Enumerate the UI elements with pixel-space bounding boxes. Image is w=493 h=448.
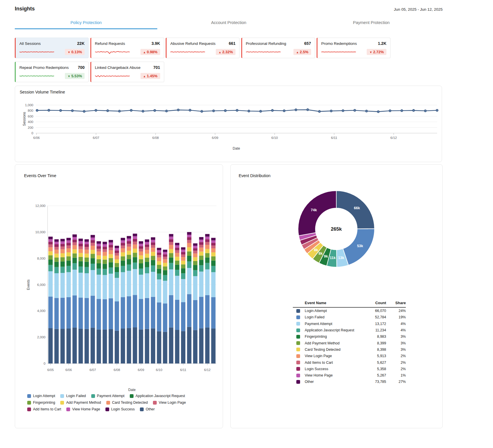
kpi-value: 657 xyxy=(304,41,311,46)
kpi-label: Linked Chargeback Abuse xyxy=(95,65,141,70)
kpi-card-promo-redemptions[interactable]: Promo Redemptions1.2K▼2.72% xyxy=(317,38,390,58)
events-over-time-chart: 02,0004,0006,0008,00010,00012,0006/056/0… xyxy=(15,165,223,393)
legend-item-view-home-page[interactable]: View Home Page xyxy=(66,407,100,411)
svg-text:6/06: 6/06 xyxy=(33,136,40,139)
svg-text:6/10: 6/10 xyxy=(156,368,162,372)
col-count: Count xyxy=(359,301,386,305)
row-swatch-icon xyxy=(296,367,300,371)
row-event-name: Add Items to Cart xyxy=(305,361,359,365)
table-row-payment-attempt[interactable]: Payment Attempt13,1724% xyxy=(293,321,406,327)
row-swatch-icon xyxy=(296,341,300,345)
tab-account-protection[interactable]: Account Protection xyxy=(157,20,300,29)
legend-label: Login Failed xyxy=(66,394,86,398)
session-volume-title: Session Volume Timeline xyxy=(20,90,65,94)
svg-text:6/08: 6/08 xyxy=(152,136,159,139)
tab-policy-protection[interactable]: Policy Protection xyxy=(15,20,157,29)
table-row-application-javascript-request[interactable]: Application Javascript Request11,2344% xyxy=(293,327,406,333)
legend-swatch-icon xyxy=(153,401,157,405)
row-count: 5,627 xyxy=(359,361,386,365)
legend-swatch-icon xyxy=(130,394,134,398)
svg-text:10,000: 10,000 xyxy=(35,230,45,234)
kpi-label: Promo Redemptions xyxy=(321,41,357,46)
row-swatch-icon xyxy=(296,315,300,319)
legend-label: View Home Page xyxy=(72,407,100,411)
kpi-label: Repeat Promo Redemptions xyxy=(19,65,69,70)
svg-text:6/05: 6/05 xyxy=(47,368,54,372)
svg-text:0: 0 xyxy=(32,131,33,135)
legend-label: Application Javascript Request xyxy=(136,394,185,398)
kpi-card-all-sessions[interactable]: All Sessions22K▼0.13% xyxy=(15,38,89,58)
legend-label: Payment Attempt xyxy=(97,394,125,398)
svg-text:6/12: 6/12 xyxy=(204,368,211,372)
row-count: 8,983 xyxy=(359,335,386,339)
protection-tabs: Policy ProtectionAccount ProtectionPayme… xyxy=(15,20,443,29)
kpi-label: Abusive Refund Requests xyxy=(170,41,216,46)
kpi-sparkline xyxy=(95,73,130,79)
arrow-down-icon: ▼ xyxy=(67,75,70,78)
legend-item-fingerprinting[interactable]: Fingerprinting xyxy=(27,401,55,405)
table-row-other[interactable]: Other73,78527% xyxy=(293,379,406,385)
legend-item-login-success[interactable]: Login Success xyxy=(105,407,135,411)
table-row-card-testing-detected[interactable]: Card Testing Detected8,3983% xyxy=(293,346,406,353)
table-row-fingerprinting[interactable]: Fingerprinting8,9833% xyxy=(293,333,406,340)
legend-item-payment-attempt[interactable]: Payment Attempt xyxy=(91,394,125,398)
kpi-cards: All Sessions22K▼0.13%Refund Requests3.9K… xyxy=(15,38,443,82)
event-distribution-panel: Event Distribution 66k53k13k11k9k8k8k74k… xyxy=(230,164,443,428)
svg-text:6/11: 6/11 xyxy=(180,368,187,372)
legend-item-login-attempt[interactable]: Login Attempt xyxy=(27,394,55,398)
table-row-login-success[interactable]: Login Success5,3582% xyxy=(293,366,406,372)
legend-item-application-javascript-request[interactable]: Application Javascript Request xyxy=(130,394,185,398)
kpi-card-linked-chargeback-abuse[interactable]: Linked Chargeback Abuse701▲1.45% xyxy=(90,62,164,82)
table-row-add-items-to-cart[interactable]: Add Items to Cart5,6272% xyxy=(293,359,406,366)
svg-text:600: 600 xyxy=(28,115,33,118)
row-share: 19% xyxy=(386,315,406,319)
kpi-sparkline xyxy=(19,73,54,79)
legend-item-view-login-page[interactable]: View Login Page xyxy=(153,401,186,405)
legend-item-login-failed[interactable]: Login Failed xyxy=(60,394,86,398)
table-row-view-home-page[interactable]: View Home Page5,2671% xyxy=(293,372,406,379)
kpi-change-badge: ▼0.13% xyxy=(65,49,85,55)
row-share: 3% xyxy=(386,335,406,339)
svg-text:53k: 53k xyxy=(357,244,363,248)
table-row-login-attempt[interactable]: Login Attempt66,07024% xyxy=(293,308,406,314)
kpi-value: 3.9K xyxy=(151,41,160,46)
kpi-value: 701 xyxy=(153,65,160,70)
row-swatch-icon xyxy=(296,322,300,326)
date-range[interactable]: Jun 05, 2025 - Jun 12, 2025 xyxy=(394,7,443,12)
legend-item-other[interactable]: Other xyxy=(140,407,155,411)
row-event-name: Fingerprinting xyxy=(305,335,359,339)
insights-dashboard: Insights Jun 05, 2025 - Jun 12, 2025 Pol… xyxy=(0,0,493,448)
kpi-card-refund-requests[interactable]: Refund Requests3.9K▲0.98% xyxy=(90,38,164,58)
kpi-card-professional-refunding[interactable]: Professional Refunding657▲2.5% xyxy=(241,38,315,58)
arrow-down-icon: ▼ xyxy=(369,51,372,54)
row-share: 2% xyxy=(386,361,406,365)
legend-swatch-icon xyxy=(140,407,144,411)
row-event-name: Login Failed xyxy=(305,315,359,319)
svg-text:6/10: 6/10 xyxy=(271,136,278,139)
row-count: 5,913 xyxy=(359,354,386,358)
tab-payment-protection[interactable]: Payment Protection xyxy=(300,20,443,29)
svg-text:8k: 8k xyxy=(319,251,323,256)
row-share: 27% xyxy=(386,380,406,384)
row-count: 11,234 xyxy=(359,328,386,332)
legend-item-add-items-to-cart[interactable]: Add Items to Cart xyxy=(27,407,61,411)
svg-text:1,000: 1,000 xyxy=(25,103,33,107)
kpi-change-badge: ▲2.32% xyxy=(216,49,235,55)
arrow-up-icon: ▲ xyxy=(218,51,221,54)
legend-item-card-testing-detected[interactable]: Card Testing Detected xyxy=(106,401,148,405)
kpi-card-repeat-promo-redemptions[interactable]: Repeat Promo Redemptions700▼5.53% xyxy=(15,62,89,82)
kpi-change-badge: ▲0.98% xyxy=(140,49,160,55)
legend-swatch-icon xyxy=(105,407,109,411)
row-swatch-icon xyxy=(296,328,300,332)
table-row-login-failed[interactable]: Login Failed52,78419% xyxy=(293,314,406,320)
kpi-card-abusive-refund-requests[interactable]: Abusive Refund Requests661▲2.32% xyxy=(166,38,240,58)
table-row-view-login-page[interactable]: View Login Page5,9132% xyxy=(293,353,406,359)
svg-text:Events: Events xyxy=(26,280,30,290)
table-row-add-payment-method[interactable]: Add Payment Method8,3993% xyxy=(293,340,406,346)
legend-label: Login Attempt xyxy=(33,394,55,398)
kpi-sparkline xyxy=(321,49,356,55)
legend-item-add-payment-method[interactable]: Add Payment Method xyxy=(60,401,101,405)
row-count: 5,358 xyxy=(359,367,386,371)
col-event-name: Event Name xyxy=(293,301,359,305)
legend-swatch-icon xyxy=(66,407,70,411)
